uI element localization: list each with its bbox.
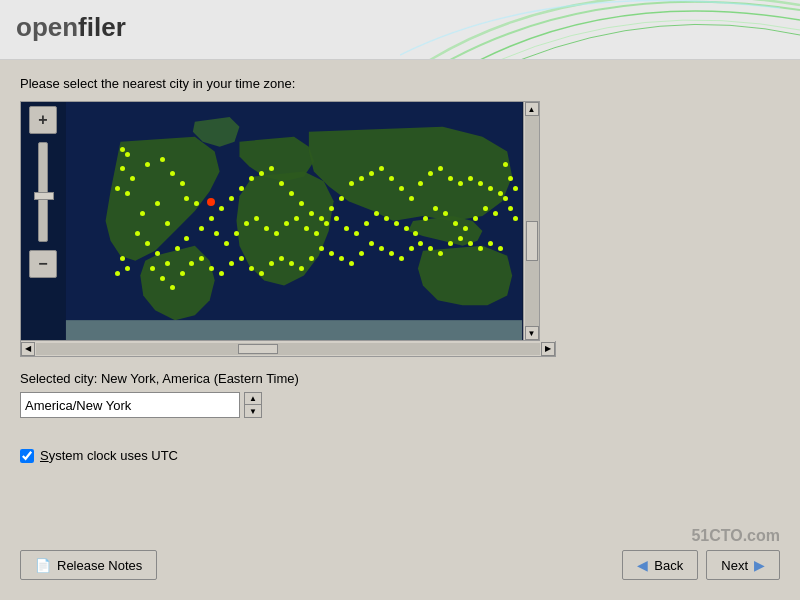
map-scrollbar-horizontal[interactable]: ◀ ▶ [20,341,556,357]
svg-rect-1 [66,320,522,340]
scroll-track-horizontal[interactable] [36,343,540,355]
map-scrollbar-vertical[interactable]: ▲ ▼ [523,102,539,340]
map-row: + − [20,101,780,341]
document-icon: 📄 [35,558,51,573]
release-notes-button[interactable]: 📄 Release Notes [20,550,157,580]
zoom-out-button[interactable]: − [29,250,57,278]
timezone-select[interactable]: America/New York [20,392,240,418]
map-zoom-controls: + − [21,102,65,340]
scroll-track-vertical[interactable] [525,116,539,326]
logo-filer: filer [78,12,126,42]
scroll-thumb-horizontal[interactable] [238,344,278,354]
utc-checkbox[interactable] [20,449,34,463]
utc-label[interactable]: System clock uses UTC [40,448,178,463]
scroll-left-button[interactable]: ◀ [21,342,35,356]
selected-city-label: Selected city: New York, America (Easter… [20,371,780,386]
next-button[interactable]: Next ▶ [706,550,780,580]
back-icon: ◀ [637,557,648,573]
instruction-text: Please select the nearest city in your t… [20,76,780,91]
main-content: Please select the nearest city in your t… [0,60,800,479]
scroll-thumb-vertical[interactable] [526,221,538,261]
scroll-down-button[interactable]: ▼ [525,326,539,340]
map-outer: + − [20,101,780,357]
zoom-slider-track[interactable] [38,142,48,242]
zoom-in-button[interactable]: + [29,106,57,134]
bottom-bar: 📄 Release Notes ◀ Back Next ▶ [0,550,800,580]
scroll-up-button[interactable]: ▲ [525,102,539,116]
next-icon: ▶ [754,557,765,573]
utc-row: System clock uses UTC [20,448,780,463]
back-button[interactable]: ◀ Back [622,550,698,580]
map-container[interactable]: + − [20,101,540,341]
spinner-buttons: ▲ ▼ [244,392,262,418]
scroll-right-button[interactable]: ▶ [541,342,555,356]
spinner-down-button[interactable]: ▼ [245,405,261,417]
world-map-svg [65,102,523,340]
logo: openfiler [16,12,126,43]
logo-open: open [16,12,78,42]
header-decoration [400,0,800,60]
zoom-slider-thumb[interactable] [34,192,54,200]
timezone-dropdown-container: America/New York ▲ ▼ [20,392,780,418]
header: openfiler [0,0,800,60]
watermark: 51CTO.com [691,527,780,545]
spinner-up-button[interactable]: ▲ [245,393,261,405]
nav-buttons: ◀ Back Next ▶ [622,550,780,580]
map-world[interactable] [65,102,523,340]
